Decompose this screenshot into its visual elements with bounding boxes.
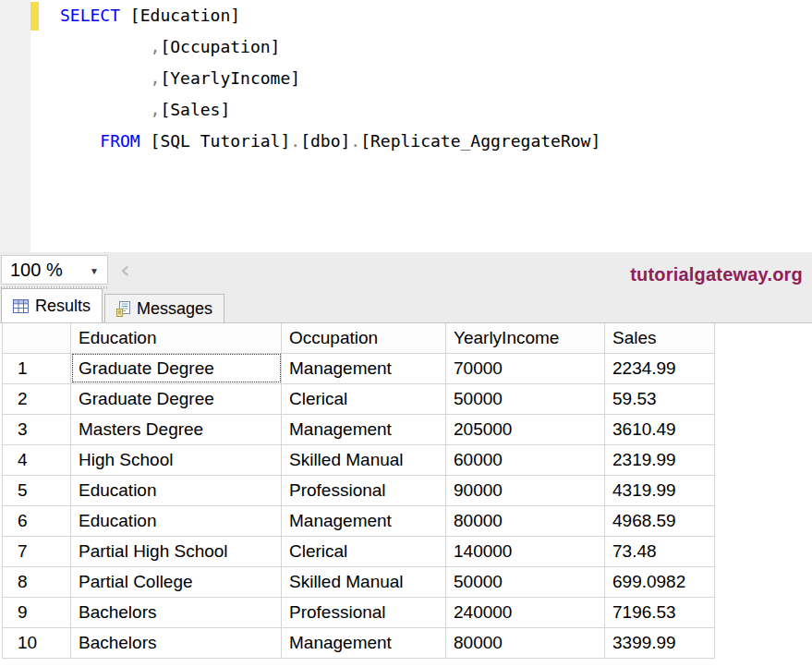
code-line: FROM [SQL Tutorial].[dbo].[Replicate_Agg…	[60, 126, 600, 157]
grid-cell[interactable]: 80000	[446, 505, 605, 536]
grid-cell[interactable]: 50000	[446, 566, 605, 597]
watermark: tutorialgateway.org	[630, 264, 803, 285]
grid-cell[interactable]: Management	[282, 353, 446, 383]
chevron-left-icon[interactable]: ‹	[120, 256, 130, 284]
row-number[interactable]: 5	[3, 475, 71, 505]
sql-code: SELECT [Education] ,[Occupation] ,[Yearl…	[60, 0, 600, 157]
row-number[interactable]: 6	[3, 505, 71, 536]
grid-cell[interactable]: Bachelors	[71, 597, 282, 627]
grid-cell[interactable]: Skilled Manual	[282, 566, 446, 597]
grid-cell[interactable]: 2319.99	[605, 444, 715, 475]
grid-cell[interactable]: 3610.49	[605, 414, 715, 444]
grid-cell[interactable]: Graduate Degree	[71, 353, 282, 383]
zoom-level-value: 100 %	[10, 260, 63, 281]
grid-cell[interactable]: 699.0982	[605, 566, 715, 597]
table-row: 9BachelorsProfessional2400007196.53	[3, 597, 715, 627]
row-number[interactable]: 8	[3, 566, 71, 597]
column-header[interactable]: YearlyIncome	[446, 323, 605, 353]
column-header[interactable]: Occupation	[282, 323, 446, 353]
grid-cell[interactable]: Clerical	[282, 536, 446, 566]
grid-cell[interactable]: 7196.53	[605, 597, 715, 627]
table-row: 2Graduate DegreeClerical5000059.53	[3, 383, 715, 414]
grid-cell[interactable]: Education	[71, 475, 282, 505]
code-line: ,[Sales]	[60, 94, 600, 126]
grid-cell[interactable]: 140000	[446, 536, 605, 566]
grid-cell[interactable]: Masters Degree	[71, 414, 282, 444]
column-header[interactable]: Education	[71, 323, 282, 353]
grid-cell[interactable]: 4319.99	[605, 475, 715, 505]
messages-icon	[116, 301, 130, 317]
tab-messages-label: Messages	[137, 299, 212, 319]
grid-cell[interactable]: High School	[71, 444, 282, 475]
grid-cell[interactable]: Partial High School	[71, 536, 282, 566]
grid-cell[interactable]: 59.53	[605, 383, 715, 414]
editor-indicator-margin	[0, 0, 30, 252]
table-row: 6EducationManagement800004968.59	[3, 505, 715, 536]
grid-cell[interactable]: 50000	[446, 383, 605, 414]
grid-cell[interactable]: 80000	[446, 627, 605, 658]
grid-cell[interactable]: 60000	[446, 444, 605, 475]
grid-cell[interactable]: 205000	[446, 414, 605, 444]
grid-body: 1Graduate DegreeManagement700002234.992G…	[3, 353, 715, 658]
change-tracking-bar	[30, 2, 39, 30]
results-grid: EducationOccupationYearlyIncomeSales 1Gr…	[0, 322, 812, 667]
table-row: 10BachelorsManagement800003399.99	[3, 627, 715, 658]
select-all-corner[interactable]	[3, 323, 71, 353]
code-line: SELECT [Education]	[60, 0, 600, 31]
row-number[interactable]: 4	[3, 444, 71, 475]
grid-cell[interactable]: 90000	[446, 475, 605, 505]
code-line: ,[Occupation]	[60, 31, 600, 63]
column-header[interactable]: Sales	[605, 323, 715, 353]
results-tab-bar: Results Messages	[1, 288, 226, 322]
grid-cell[interactable]: Management	[282, 627, 446, 658]
sql-editor[interactable]: SELECT [Education] ,[Occupation] ,[Yearl…	[0, 0, 812, 252]
grid-cell[interactable]: Education	[71, 505, 282, 536]
grid-cell[interactable]: Bachelors	[71, 627, 282, 658]
table-row: 8Partial CollegeSkilled Manual50000699.0…	[3, 566, 715, 597]
table-row: 4High SchoolSkilled Manual600002319.99	[3, 444, 715, 475]
grid-cell[interactable]: Management	[282, 414, 446, 444]
grid-cell[interactable]: Professional	[282, 597, 446, 627]
grid-cell[interactable]: Management	[282, 505, 446, 536]
tab-results-label: Results	[35, 297, 91, 316]
grid-cell[interactable]: Graduate Degree	[71, 383, 282, 414]
tab-messages[interactable]: Messages	[104, 294, 224, 322]
table-row: 3Masters DegreeManagement2050003610.49	[3, 414, 715, 444]
table-row: 7Partial High SchoolClerical14000073.48	[3, 536, 715, 566]
tab-results[interactable]: Results	[1, 288, 103, 322]
zoom-level-select[interactable]: 100 % ▼	[1, 255, 108, 285]
grid-cell[interactable]: 73.48	[605, 536, 715, 566]
grid-cell[interactable]: Partial College	[71, 566, 282, 597]
grid-cell[interactable]: 70000	[446, 353, 605, 383]
table-row: 1Graduate DegreeManagement700002234.99	[3, 353, 715, 383]
grid-header-row: EducationOccupationYearlyIncomeSales	[3, 323, 715, 353]
table-row: 5EducationProfessional900004319.99	[3, 475, 715, 505]
grid-cell[interactable]: 2234.99	[605, 353, 715, 383]
grid-cell[interactable]: Professional	[282, 475, 446, 505]
results-grid-icon	[13, 299, 29, 313]
grid-cell[interactable]: 4968.59	[605, 505, 715, 536]
row-number[interactable]: 9	[3, 597, 71, 627]
grid-cell[interactable]: 240000	[446, 597, 605, 627]
row-number[interactable]: 7	[3, 536, 71, 566]
chevron-down-icon: ▼	[90, 266, 99, 276]
results-table: EducationOccupationYearlyIncomeSales 1Gr…	[2, 323, 715, 659]
row-number[interactable]: 10	[3, 627, 71, 658]
row-number[interactable]: 3	[3, 414, 71, 444]
results-panel: 100 % ▼ ‹ tutorialgateway.org Results	[0, 252, 812, 667]
row-number[interactable]: 1	[3, 353, 71, 383]
grid-cell[interactable]: 3399.99	[605, 627, 715, 658]
grid-cell[interactable]: Clerical	[282, 383, 446, 414]
grid-cell[interactable]: Skilled Manual	[282, 444, 446, 475]
row-number[interactable]: 2	[3, 383, 71, 414]
code-line: ,[YearlyIncome]	[60, 63, 600, 94]
